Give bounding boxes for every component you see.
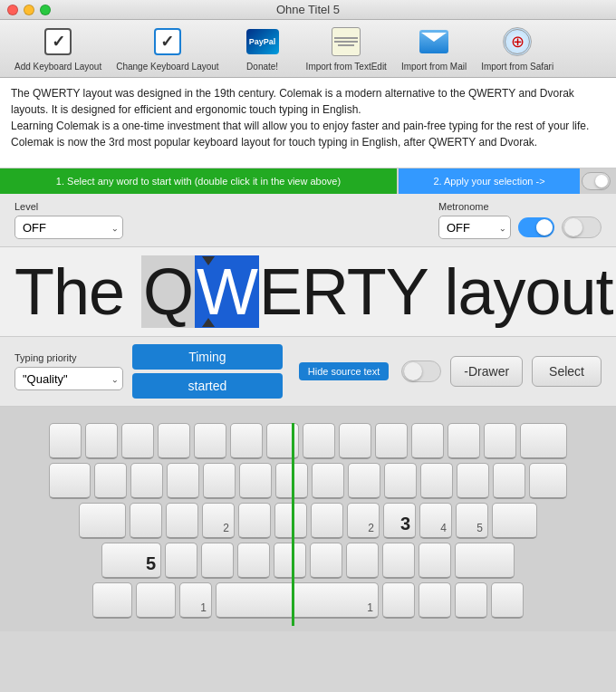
controls-row: Level OFF 12345 Metronome OFF SlowMedium… [0, 194, 616, 246]
key-delete[interactable] [520, 423, 567, 459]
key-label: 1 [200, 601, 207, 614]
key-caps[interactable] [79, 503, 126, 539]
key[interactable] [130, 503, 162, 539]
key[interactable] [311, 503, 343, 539]
maximize-button[interactable] [40, 5, 51, 15]
select-button[interactable]: Select [532, 356, 602, 387]
metronome-toggle-big[interactable] [562, 216, 602, 238]
key[interactable] [166, 503, 198, 539]
key[interactable] [203, 463, 236, 499]
key[interactable] [312, 463, 344, 499]
key[interactable] [348, 463, 380, 499]
key-tab[interactable] [49, 463, 91, 499]
key-opt-l[interactable] [136, 582, 176, 619]
key[interactable] [237, 543, 270, 579]
key[interactable] [121, 423, 154, 459]
drawer-button[interactable]: -Drawer [450, 356, 523, 387]
source-text: The QWERTY layout was designed in the 19… [11, 85, 605, 150]
donate-label: Donate! [246, 62, 278, 72]
donate-button[interactable]: PayPal Donate! [226, 22, 299, 75]
key-3[interactable]: 3 [383, 503, 416, 539]
keyboard-container: 2 2 3 4 5 5 [5, 416, 611, 619]
change-keyboard-layout-button[interactable]: Change Keyboard Layout [109, 22, 226, 75]
key-label: 4 [440, 522, 447, 534]
typing-priority-label: Typing priority [14, 352, 123, 363]
started-button[interactable]: started [132, 373, 283, 399]
minimize-button[interactable] [24, 5, 34, 15]
key[interactable] [94, 463, 127, 499]
key[interactable] [484, 423, 516, 459]
key[interactable] [382, 543, 415, 579]
metronome-select-wrapper: OFF SlowMediumFast [438, 216, 511, 239]
import-textedit-button[interactable]: Import from TextEdit [299, 22, 394, 75]
key[interactable] [49, 423, 82, 459]
key-label: 2 [368, 522, 374, 534]
key-cmd-l[interactable]: 1 [179, 582, 212, 619]
key-return-2[interactable] [492, 503, 537, 539]
safari-compass-icon [503, 27, 532, 56]
key[interactable] [274, 503, 307, 539]
hide-source-toggle[interactable] [401, 360, 441, 382]
import-textedit-label: Import from TextEdit [306, 62, 387, 72]
key[interactable] [310, 543, 342, 579]
key[interactable] [375, 423, 408, 459]
key[interactable] [303, 423, 335, 459]
key[interactable] [130, 463, 163, 499]
key-shift-l[interactable]: 5 [101, 543, 161, 579]
key[interactable] [230, 423, 263, 459]
key-label: 3 [400, 514, 410, 534]
import-mail-button[interactable]: Import from Mail [394, 22, 474, 75]
triangle-down-icon [202, 256, 215, 265]
key[interactable] [457, 463, 489, 499]
key[interactable] [167, 463, 199, 499]
metronome-toggle[interactable] [518, 217, 554, 237]
metronome-select[interactable]: OFF SlowMediumFast [438, 216, 511, 239]
key[interactable]: 5 [456, 503, 488, 539]
key-cmd-r[interactable] [382, 582, 415, 619]
step-2: 2. Apply your selection -> [399, 168, 580, 194]
key[interactable] [493, 463, 525, 499]
key-shift-r[interactable] [455, 543, 515, 579]
step-2-label: 2. Apply your selection -> [433, 176, 544, 187]
key[interactable] [194, 423, 226, 459]
cursor-top [202, 256, 215, 265]
key[interactable] [420, 463, 453, 499]
key[interactable] [339, 423, 371, 459]
key[interactable] [266, 423, 299, 459]
key[interactable] [85, 423, 118, 459]
textedit-doc-icon [332, 27, 361, 56]
key-space[interactable]: 1 [216, 582, 379, 619]
key[interactable] [384, 463, 417, 499]
key-arr-l[interactable] [455, 582, 487, 619]
key[interactable] [158, 423, 190, 459]
key-opt-r[interactable] [419, 582, 451, 619]
key[interactable] [201, 543, 234, 579]
key[interactable] [419, 543, 451, 579]
key[interactable] [275, 463, 308, 499]
step-1-label: 1. Select any word to start with (double… [56, 176, 341, 187]
key[interactable] [346, 543, 379, 579]
step-toggle[interactable] [582, 172, 611, 190]
key-label: 5 [476, 522, 483, 534]
key[interactable] [165, 543, 197, 579]
timing-button[interactable]: Timing [132, 344, 283, 370]
step-1: 1. Select any word to start with (double… [0, 168, 397, 194]
key[interactable] [274, 543, 306, 579]
key-ctrl-l[interactable] [92, 582, 132, 619]
close-button[interactable] [7, 5, 18, 15]
key[interactable] [238, 503, 271, 539]
key[interactable]: 4 [419, 503, 452, 539]
hide-source-button[interactable]: Hide source text [299, 362, 389, 380]
key[interactable]: 2 [202, 503, 235, 539]
key[interactable] [448, 423, 480, 459]
import-safari-button[interactable]: Import from Safari [474, 22, 561, 75]
key-return[interactable] [529, 463, 567, 499]
text-display-area[interactable]: The QWERTY layout was designed in the 19… [0, 78, 616, 168]
key[interactable]: 2 [347, 503, 380, 539]
typing-priority-select[interactable]: "Quality" "Speed" [14, 367, 123, 390]
key-arr-r[interactable] [491, 582, 524, 619]
add-keyboard-layout-button[interactable]: Add Keyboard Layout [7, 22, 109, 75]
key[interactable] [411, 423, 444, 459]
key[interactable] [239, 463, 272, 499]
level-select[interactable]: OFF 12345 [14, 216, 123, 239]
